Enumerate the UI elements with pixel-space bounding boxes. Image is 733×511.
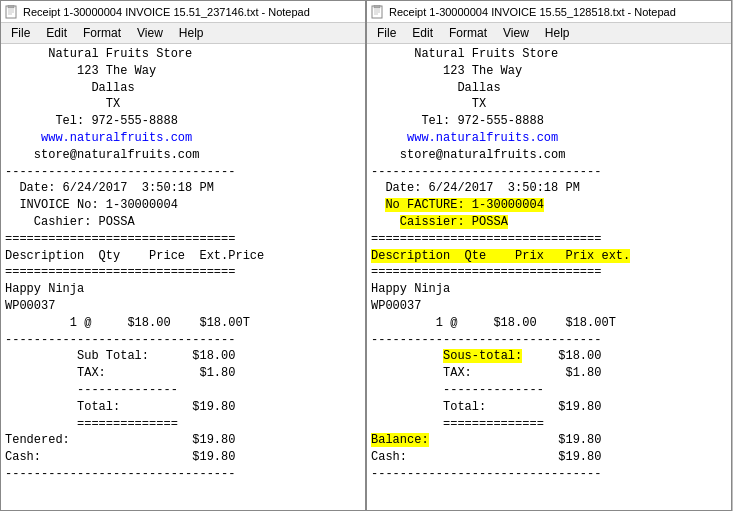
menu-format-2[interactable]: Format [441,24,495,42]
content-line: ================================ [5,264,361,281]
content-line: Cashier: POSSA [5,214,361,231]
notepad-icon-1 [5,5,19,19]
content-line: -------------------------------- [5,466,361,483]
content-line: Happy Ninja [371,281,727,298]
content-line: 1 @ $18.00 $18.00T [5,315,361,332]
content-line: No FACTURE: 1-30000004 [371,197,727,214]
content-line: www.naturalfruits.com [371,130,727,147]
content-line: Description Qty Price Ext.Price [5,248,361,265]
content-line: ================================ [371,231,727,248]
content-line: -------------- [371,382,727,399]
content-area-2: Natural Fruits Store 123 The Way Dallas … [367,44,731,510]
content-line: TX [5,96,361,113]
menu-help-1[interactable]: Help [171,24,212,42]
content-line: Date: 6/24/2017 3:50:18 PM [5,180,361,197]
content-line: Cash: $19.80 [371,449,727,466]
content-line: store@naturalfruits.com [5,147,361,164]
content-line: store@naturalfruits.com [371,147,727,164]
content-line: Balance: $19.80 [371,432,727,449]
menu-view-2[interactable]: View [495,24,537,42]
content-line: Total: $19.80 [5,399,361,416]
window-title-1: Receipt 1-30000004 INVOICE 15.51_237146.… [23,6,310,18]
content-line: ============== [371,416,727,433]
content-line: Dallas [371,80,727,97]
content-line: ============== [5,416,361,433]
menu-file-2[interactable]: File [369,24,404,42]
content-line: 1 @ $18.00 $18.00T [371,315,727,332]
content-line: -------------------------------- [371,332,727,349]
window-2: Receipt 1-30000004 INVOICE 15.55_128518.… [366,0,732,511]
content-line: ================================ [5,231,361,248]
menu-format-1[interactable]: Format [75,24,129,42]
svg-rect-6 [374,5,380,8]
content-line: Tel: 972-555-8888 [5,113,361,130]
content-line: Dallas [5,80,361,97]
svg-rect-1 [8,5,14,8]
content-line: -------------- [5,382,361,399]
content-line: TX [371,96,727,113]
window-1: Receipt 1-30000004 INVOICE 15.51_237146.… [0,0,366,511]
title-bar-2: Receipt 1-30000004 INVOICE 15.55_128518.… [367,1,731,23]
content-line: -------------------------------- [5,164,361,181]
content-line: Cash: $19.80 [5,449,361,466]
content-line: Total: $19.80 [371,399,727,416]
content-line: -------------------------------- [371,466,727,483]
content-line: 123 The Way [5,63,361,80]
content-line: Natural Fruits Store [371,46,727,63]
content-line: WP00037 [371,298,727,315]
menu-bar-2: File Edit Format View Help [367,23,731,44]
menu-file-1[interactable]: File [3,24,38,42]
content-line: Sub Total: $18.00 [5,348,361,365]
content-area-1: Natural Fruits Store 123 The Way Dallas … [1,44,365,510]
menu-edit-1[interactable]: Edit [38,24,75,42]
menu-view-1[interactable]: View [129,24,171,42]
content-line: ================================ [371,264,727,281]
content-line: 123 The Way [371,63,727,80]
content-line: Sous-total: $18.00 [371,348,727,365]
content-line: -------------------------------- [371,164,727,181]
window-title-2: Receipt 1-30000004 INVOICE 15.55_128518.… [389,6,676,18]
content-line: TAX: $1.80 [371,365,727,382]
notepad-icon-2 [371,5,385,19]
content-line: Natural Fruits Store [5,46,361,63]
content-line: -------------------------------- [5,332,361,349]
content-line: Caissier: POSSA [371,214,727,231]
content-line: WP00037 [5,298,361,315]
menu-edit-2[interactable]: Edit [404,24,441,42]
content-line: Tendered: $19.80 [5,432,361,449]
content-line: Date: 6/24/2017 3:50:18 PM [371,180,727,197]
menu-bar-1: File Edit Format View Help [1,23,365,44]
content-line: INVOICE No: 1-30000004 [5,197,361,214]
content-line: Tel: 972-555-8888 [371,113,727,130]
content-line: Happy Ninja [5,281,361,298]
title-bar-1: Receipt 1-30000004 INVOICE 15.51_237146.… [1,1,365,23]
menu-help-2[interactable]: Help [537,24,578,42]
content-line: TAX: $1.80 [5,365,361,382]
content-line: www.naturalfruits.com [5,130,361,147]
content-line: Description Qte Prix Prix ext. [371,248,727,265]
